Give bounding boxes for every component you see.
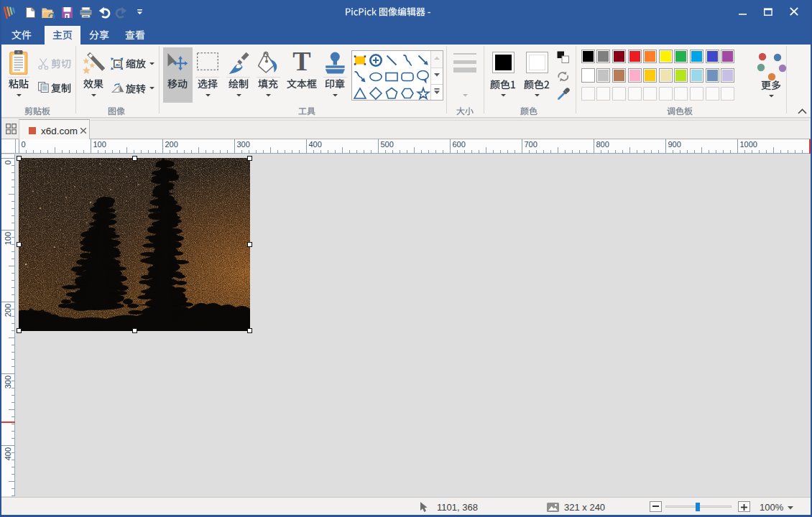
svg-text:700: 700 — [525, 140, 538, 149]
svg-text:300: 300 — [237, 140, 250, 149]
svg-text:400: 400 — [4, 447, 12, 460]
svg-text:200: 200 — [4, 304, 12, 317]
svg-text:200: 200 — [165, 140, 178, 149]
svg-text:500: 500 — [381, 140, 394, 149]
svg-text:0: 0 — [4, 160, 12, 164]
svg-text:1000: 1000 — [740, 140, 757, 149]
svg-text:0: 0 — [22, 140, 26, 149]
svg-text:600: 600 — [453, 140, 466, 149]
svg-text:100: 100 — [93, 140, 106, 149]
svg-text:800: 800 — [596, 140, 609, 149]
svg-text:400: 400 — [309, 140, 322, 149]
svg-text:300: 300 — [4, 376, 12, 388]
svg-text:900: 900 — [668, 140, 681, 149]
svg-text:100: 100 — [4, 232, 12, 245]
